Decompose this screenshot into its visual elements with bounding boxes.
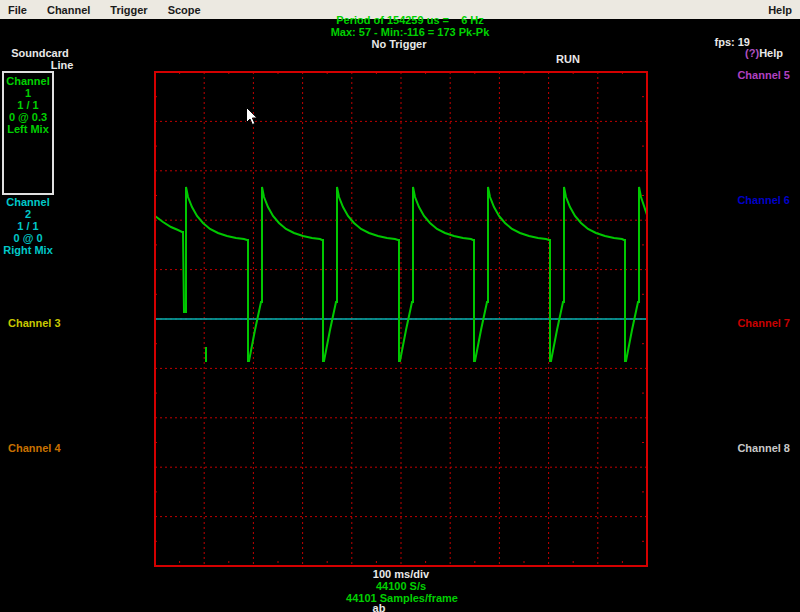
help-question-icon: (?) [745, 47, 759, 59]
channel-2-panel[interactable]: Channel 2 1 / 1 0 @ 0 Right Mix [2, 196, 54, 256]
channel-1-position: 0 @ 0.3 [4, 111, 52, 123]
cursor-markers-label: ab [373, 602, 386, 612]
channel-3-label[interactable]: Channel 3 [8, 317, 61, 329]
channel-2-scale: 1 / 1 [2, 220, 54, 232]
timebase-readout: 100 ms/div [373, 568, 429, 580]
channel-7-label[interactable]: Channel 7 [737, 317, 790, 329]
channel-1-source: Left Mix [4, 123, 52, 135]
input-label: Line [51, 59, 74, 71]
channel-2-label: Channel 2 [2, 196, 54, 220]
channel-4-label[interactable]: Channel 4 [8, 442, 61, 454]
channel-5-label[interactable]: Channel 5 [737, 69, 790, 81]
channel-1-label: Channel 1 [4, 75, 52, 99]
trigger-status: No Trigger [371, 38, 426, 50]
help-button-label: Help [759, 47, 783, 59]
channel-1-scale: 1 / 1 [4, 99, 52, 111]
channel-1-panel[interactable]: Channel 1 1 / 1 0 @ 0.3 Left Mix [2, 71, 54, 195]
run-status: RUN [556, 53, 580, 65]
help-button[interactable]: (?)Help [745, 47, 783, 59]
samples-per-frame-readout: 44101 Samples/frame [346, 592, 458, 604]
scope-display [0, 0, 800, 612]
source-label: Soundcard [11, 47, 68, 59]
channel-6-label[interactable]: Channel 6 [737, 194, 790, 206]
mouse-cursor [246, 107, 260, 127]
channel-2-source: Right Mix [2, 244, 54, 256]
period-readout: Period of 154259 us = 6 Hz [336, 14, 484, 26]
peak-to-peak-readout: Max: 57 - Min:-116 = 173 Pk-Pk [331, 26, 490, 38]
channel-8-label[interactable]: Channel 8 [737, 442, 790, 454]
channel-2-position: 0 @ 0 [2, 232, 54, 244]
sample-rate-readout: 44100 S/s [376, 580, 426, 592]
